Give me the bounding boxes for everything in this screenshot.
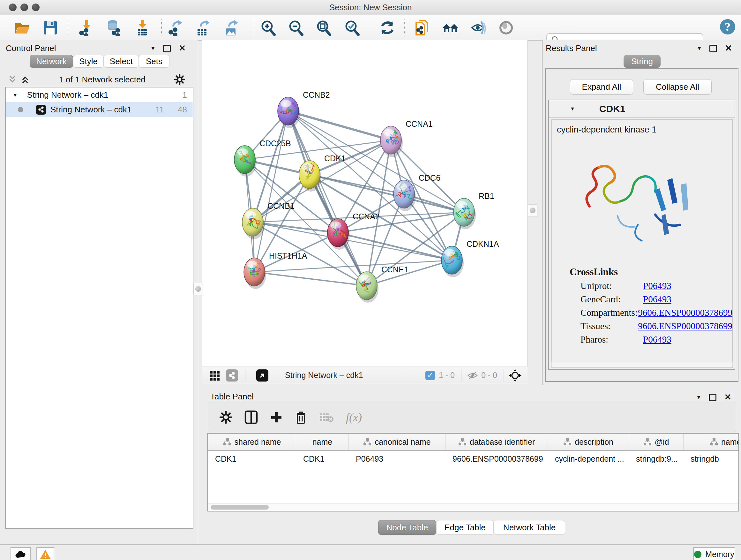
memory-button[interactable]: Memory [693,547,735,560]
close-panel-icon[interactable]: ✕ [724,393,731,401]
tab-edge-table[interactable]: Edge Table [436,520,494,535]
help-button[interactable]: ? [719,18,737,36]
export-image-button[interactable] [222,19,240,37]
crosslink-row: Uniprot:P06493 [581,281,732,291]
edge-CCNB2-RB1[interactable] [288,111,464,212]
warnings-button[interactable] [37,547,54,560]
crosslink-link[interactable]: P06493 [643,294,671,305]
table-cell[interactable]: CDK1 [208,451,296,467]
collapse-triangle-icon[interactable]: ▼ [570,106,575,111]
refresh-view-button[interactable] [379,19,396,37]
table-horizontal-scrollbar[interactable] [208,503,738,511]
open-in-new-window-button[interactable] [256,369,268,381]
table-cell[interactable]: P06493 [349,451,446,467]
import-network-from-file-button[interactable] [77,19,95,37]
zoom-fit-button[interactable] [315,19,333,37]
string-results-container: Expand All Collapse All ▼ CDK1 cyclin-de… [545,68,738,382]
column-header-database-identifier[interactable]: database identifier [446,434,548,450]
table-cell[interactable]: stringdb:9... [629,451,684,467]
crosslink-link[interactable]: 9606.ENSP00000378699 [638,321,732,331]
network-node-CCNE1[interactable]: CCNE1 [356,265,408,303]
network-row[interactable]: String Network – cdk1 11 48 [6,102,193,117]
column-header--id[interactable]: @id [629,434,684,450]
table-cell[interactable]: stringdb [684,451,739,467]
network-home-button[interactable] [441,19,459,37]
right-splitter-handle[interactable] [528,204,537,216]
delete-column-icon[interactable] [295,410,307,424]
export-table-button[interactable] [194,19,212,37]
collapse-triangle-icon[interactable]: ▼ [13,92,17,98]
gear-icon[interactable] [219,411,232,424]
network-node-CDKN1A[interactable]: CDKN1A [437,240,499,277]
table-cell[interactable]: 9606.ENSP00000378699 [446,451,548,467]
zoom-selected-button[interactable] [343,19,361,37]
edge-CDK1-RB1[interactable] [310,175,464,212]
zoom-in-button[interactable] [259,19,277,37]
column-header-canonical-name[interactable]: canonical name [349,434,446,450]
table-row[interactable]: CDK1CDK1P064939606.ENSP00000378699cyclin… [208,451,738,467]
tab-network-table[interactable]: Network Table [494,520,565,535]
tab-style[interactable]: Style [73,55,104,68]
crosslink-link[interactable]: P06493 [643,281,671,291]
show-columns-icon[interactable] [245,410,258,424]
tab-network[interactable]: Network [30,55,73,68]
import-table-from-file-button[interactable] [133,19,151,37]
gear-icon[interactable] [174,74,185,85]
network-canvas[interactable]: CCNB2CCNA1CDC25BCDK1CDC6RB1CCNB1CCNA2CDK… [202,40,528,367]
network-node-CCNB2[interactable]: CCNB2 [275,90,330,128]
close-panel-icon[interactable]: ✕ [725,44,732,53]
crosslink-link[interactable]: P06493 [643,334,671,345]
open-session-button[interactable] [13,19,31,37]
selected-checkbox-icon[interactable]: ✓ [425,371,435,380]
add-column-icon[interactable] [270,411,283,424]
tab-sets[interactable]: Sets [139,55,170,68]
share-network-button[interactable] [413,19,431,37]
tab-node-table[interactable]: Node Table [378,520,436,535]
edge-CCNB2-HIST1H1A[interactable] [254,111,288,272]
network-node-RB1[interactable]: RB1 [452,192,494,229]
close-panel-icon[interactable]: ✕ [179,44,186,53]
tab-string[interactable]: String [623,55,661,68]
crosshair-icon[interactable] [509,369,522,382]
crosslink-row: GeneCard:P06493 [581,294,732,305]
float-panel-icon[interactable] [709,394,717,401]
column-header-name[interactable]: name [296,434,349,450]
cloud-status-button[interactable] [10,547,31,560]
collapse-all-button[interactable]: Collapse All [643,79,712,95]
table-panel-title: Table Panel [210,392,254,401]
column-header-label: namespace [721,437,739,447]
table-cell[interactable]: cyclin-dependent ... [548,451,629,467]
export-network-button[interactable] [167,19,185,37]
tab-select[interactable]: Select [104,55,139,68]
panel-menu-icon[interactable]: ▼ [697,46,702,51]
edge-CDKN1A-CCNE1[interactable] [367,260,452,286]
edge-HIST1H1A-CCNE1[interactable] [254,272,367,286]
save-session-button[interactable] [42,19,59,37]
crosslink-link[interactable]: 9606.ENSP00000378699 [638,307,732,318]
gene-section-header[interactable]: ▼ CDK1 [549,100,735,118]
string-share-button[interactable] [226,369,238,381]
table-cell[interactable]: CDK1 [296,451,349,467]
zoom-out-button[interactable] [287,19,305,37]
float-panel-icon[interactable] [163,45,171,52]
expand-all-icon[interactable] [20,75,30,84]
float-panel-icon[interactable] [710,45,717,52]
edge-CCNB1-CCNA2[interactable] [253,222,338,233]
toolbar-separator [254,19,254,36]
collapse-all-icon[interactable] [8,75,17,84]
birds-eye-grid-icon[interactable] [209,370,220,381]
column-header-description[interactable]: description [548,434,629,450]
column-header-namespace[interactable]: namespace [684,434,739,450]
scrollbar-thumb[interactable] [211,505,269,509]
network-node-CCNA1[interactable]: CCNA1 [381,119,433,157]
left-splitter-handle[interactable] [193,283,203,295]
birds-eye-toggle-button[interactable] [497,19,515,37]
results-horizontal-scrollbar[interactable] [551,362,733,367]
panel-menu-icon[interactable]: ▼ [151,46,156,51]
panel-menu-icon[interactable]: ▼ [696,395,701,400]
column-header-shared-name[interactable]: shared name [208,434,296,450]
hide-graphics-details-button[interactable] [469,19,487,37]
expand-all-button[interactable]: Expand All [570,79,633,95]
network-collection-row[interactable]: ▼ String Network – cdk1 1 [6,87,193,102]
import-network-from-database-button[interactable] [105,19,122,37]
